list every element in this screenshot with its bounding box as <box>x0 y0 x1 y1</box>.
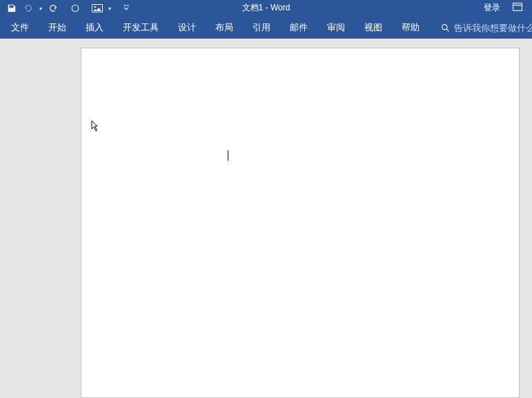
tab-references[interactable]: 引用 <box>246 17 277 38</box>
ribbon-display-options-button[interactable] <box>513 3 522 13</box>
tab-layout[interactable]: 布局 <box>208 17 240 38</box>
tab-insert[interactable]: 插入 <box>79 17 110 38</box>
save-button[interactable] <box>4 1 19 15</box>
title-bar: ▾ ▾ 文档1 - Word 登录 <box>0 0 532 17</box>
touch-mode-button[interactable] <box>68 1 83 15</box>
title-right-controls: 登录 <box>484 2 532 14</box>
image-placeholder-button[interactable] <box>90 1 105 15</box>
svg-point-5 <box>442 24 446 29</box>
tab-help[interactable]: 帮助 <box>395 17 426 38</box>
tab-review[interactable]: 审阅 <box>320 17 352 38</box>
text-caret <box>228 150 228 161</box>
svg-line-6 <box>446 29 449 31</box>
svg-rect-3 <box>513 3 522 11</box>
undo-dropdown[interactable]: ▾ <box>37 1 44 15</box>
svg-point-0 <box>72 5 79 12</box>
image-dropdown[interactable]: ▾ <box>106 1 113 15</box>
quick-access-toolbar: ▾ ▾ <box>0 1 132 15</box>
undo-button[interactable] <box>21 1 36 15</box>
search-icon <box>440 23 450 32</box>
tab-home[interactable]: 开始 <box>41 17 73 38</box>
search-input[interactable] <box>454 23 532 33</box>
tab-developer[interactable]: 开发工具 <box>116 17 166 38</box>
tab-mailings[interactable]: 邮件 <box>283 17 315 38</box>
login-button[interactable]: 登录 <box>484 2 500 14</box>
tab-view[interactable]: 视图 <box>357 17 389 38</box>
app-name: Word <box>270 3 290 12</box>
document-workspace <box>0 39 532 398</box>
tab-design[interactable]: 设计 <box>171 17 203 38</box>
tell-me-search[interactable] <box>440 23 532 33</box>
redo-button[interactable] <box>46 1 61 15</box>
qat-customize-dropdown[interactable] <box>120 1 132 15</box>
svg-point-2 <box>95 6 97 8</box>
ribbon-tabs: 文件 开始 插入 开发工具 设计 布局 引用 邮件 审阅 视图 帮助 <box>0 17 532 39</box>
document-name: 文档1 <box>242 3 264 12</box>
tab-file[interactable]: 文件 <box>4 17 36 38</box>
document-page[interactable] <box>81 48 520 398</box>
